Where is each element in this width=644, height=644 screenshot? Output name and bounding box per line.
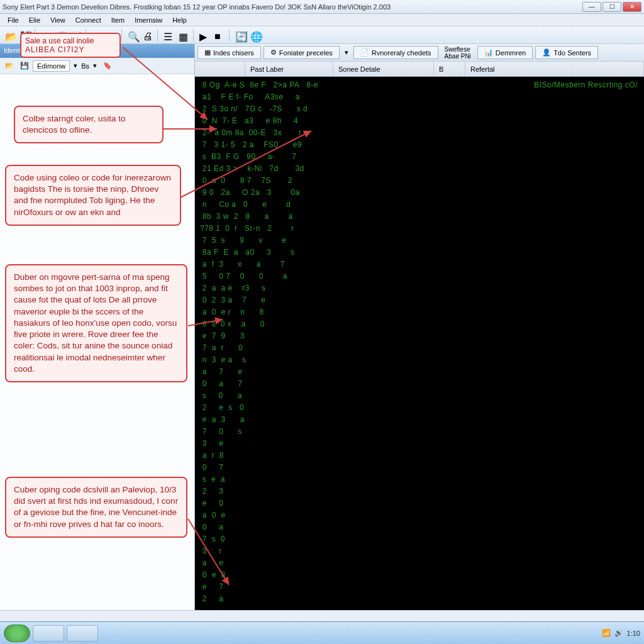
- menu-connect[interactable]: Connect: [70, 15, 106, 25]
- sb-bookmark-icon[interactable]: 🔖: [101, 59, 114, 73]
- close-button[interactable]: ✕: [623, 2, 641, 12]
- tool-grid-icon[interactable]: ▦: [176, 28, 190, 42]
- main-tabs-bar: ▦Indes chisers ⚙Foniater preceles ▾ 📄Rvn…: [195, 44, 644, 62]
- col-refertal[interactable]: Refertal: [465, 62, 644, 76]
- tool-refresh-icon[interactable]: 🔄: [233, 28, 247, 42]
- tool-find-icon[interactable]: 🔍: [125, 28, 139, 42]
- menu-item[interactable]: Item: [106, 15, 130, 25]
- horizontal-scrollbar[interactable]: [0, 610, 644, 621]
- tool-stop-icon[interactable]: ■: [212, 28, 226, 42]
- system-tray[interactable]: 📶 🔊 1:10: [602, 629, 640, 637]
- tray-time: 1:10: [627, 630, 640, 637]
- callout-c: Duber on mgovre pert-sarna of ma speng s…: [5, 264, 187, 382]
- tab-rvnoreraly[interactable]: 📄Rvnoreraly chedets: [353, 46, 438, 59]
- minimize-button[interactable]: —: [582, 2, 601, 12]
- col-past-laber[interactable]: Past Laber: [245, 62, 333, 76]
- tray-volume-icon[interactable]: 🔊: [614, 629, 623, 637]
- user-icon: 👤: [542, 48, 551, 57]
- sb-label: Bs: [81, 62, 89, 70]
- tray-network-icon[interactable]: 📶: [602, 629, 611, 637]
- sidebar-dropdown[interactable]: Edimonw: [33, 60, 70, 72]
- window-title: Sony Elert Part 3 Demon Develion Dibres.…: [3, 3, 582, 11]
- tool-print-icon[interactable]: 🖨: [140, 28, 154, 42]
- taskbar: 📶 🔊 1:10: [0, 621, 644, 644]
- callout-d: Cuber oping code dcslvill an Paleviop, 1…: [5, 477, 187, 538]
- tab-foniater[interactable]: ⚙Foniater preceles: [264, 46, 340, 59]
- tool-list-icon[interactable]: ☰: [161, 28, 175, 42]
- tool-play-icon[interactable]: ▶: [197, 28, 211, 42]
- callout-b: Code using coleo or code for inerezarown…: [5, 165, 181, 226]
- col-b[interactable]: B: [434, 62, 465, 76]
- task-item[interactable]: [67, 625, 98, 641]
- maximize-button[interactable]: ☐: [602, 2, 621, 12]
- doc-icon: 📄: [360, 48, 369, 57]
- menu-elie[interactable]: Elie: [24, 15, 45, 25]
- menubar: File Elie View Connect Item Imernsiw Hel…: [0, 14, 644, 26]
- tab-demmren[interactable]: 📊Demmren: [477, 46, 533, 59]
- arrow-5: [185, 516, 235, 591]
- tooltip-callout: Sale a use call inolie ALIBEA CI7I2Y: [20, 33, 121, 58]
- col-sonee-detale[interactable]: Sonee Detale: [333, 62, 434, 76]
- side-labels: SwefteseAbae PNi: [441, 46, 475, 60]
- gear-icon: ⚙: [270, 48, 277, 57]
- arrow-4: [185, 314, 229, 333]
- callout-a: Colbe starngt coler, usita to clencicos …: [14, 106, 164, 143]
- sb-save-icon[interactable]: 💾: [18, 59, 31, 73]
- chart-icon: 📊: [484, 48, 493, 57]
- menu-imernsiw[interactable]: Imernsiw: [130, 15, 167, 25]
- data-columns-header: Past Laber Sonee Detale B Refertal: [195, 62, 644, 77]
- tool-globe-icon[interactable]: 🌐: [248, 28, 262, 42]
- task-item[interactable]: [33, 625, 64, 641]
- arrow-3: [176, 126, 321, 208]
- menu-file[interactable]: File: [3, 15, 24, 25]
- menu-help[interactable]: Help: [167, 15, 192, 25]
- menu-view[interactable]: View: [45, 15, 70, 25]
- tool-open-icon[interactable]: 📂: [3, 28, 16, 42]
- sb-open-icon[interactable]: 📂: [3, 59, 16, 73]
- titlebar: Sony Elert Part 3 Demon Develion Dibres.…: [0, 0, 644, 14]
- window-buttons: — ☐ ✕: [582, 2, 641, 12]
- tab-senters[interactable]: 👤Tdo Senters: [535, 46, 598, 59]
- matrix-hint: BISo/Mesbern Rescrting cO/: [534, 79, 638, 91]
- start-button[interactable]: [4, 625, 30, 642]
